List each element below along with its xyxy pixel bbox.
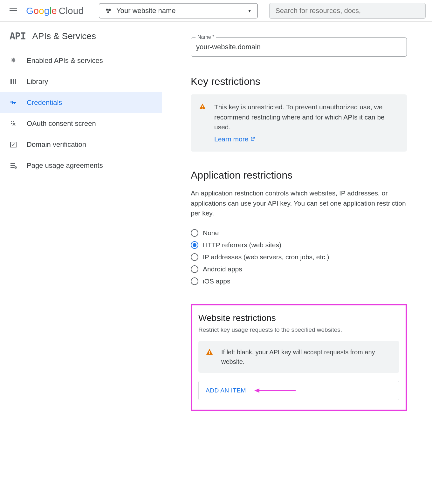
domain-verification-icon	[10, 141, 17, 148]
warning-text: This key is unrestricted. To prevent una…	[214, 103, 385, 131]
application-restrictions-desc: An application restriction controls whic…	[191, 188, 407, 218]
svg-rect-10	[10, 163, 15, 164]
sidebar-item-label: Library	[27, 78, 48, 86]
svg-rect-12	[10, 167, 14, 168]
main-content: Name * your-website.domain Key restricti…	[162, 22, 407, 504]
sidebar-item-label: Enabled APIs & services	[27, 57, 103, 65]
svg-point-0	[106, 9, 108, 10]
external-link-icon	[250, 136, 255, 141]
website-restrictions-heading: Website restrictions	[198, 313, 399, 323]
svg-point-1	[108, 9, 111, 11]
learn-more-link[interactable]: Learn more	[214, 134, 255, 144]
radio-ip-addresses[interactable]: IP addresses (web servers, cron jobs, et…	[191, 253, 407, 261]
website-restrictions-highlight: Website restrictions Restrict key usage …	[191, 304, 407, 411]
google-cloud-logo[interactable]: Google Cloud	[26, 5, 84, 16]
warning-text: If left blank, your API key will accept …	[221, 347, 392, 366]
radio-label: Android apps	[203, 265, 242, 273]
radio-label: HTTP referrers (web sites)	[203, 241, 281, 249]
sidebar-item-oauth-consent[interactable]: OAuth consent screen	[0, 113, 162, 134]
sidebar: API APIs & Services Enabled APIs & servi…	[0, 22, 162, 504]
svg-rect-16	[209, 351, 210, 352]
annotation-arrow-icon	[254, 387, 296, 394]
svg-rect-5	[15, 79, 16, 84]
key-restrictions-warning-box: This key is unrestricted. To prevent una…	[191, 94, 407, 152]
application-restrictions-radios: None HTTP referrers (web sites) IP addre…	[191, 229, 407, 285]
svg-rect-14	[202, 106, 203, 107]
add-item-row: ADD AN ITEM	[198, 381, 399, 400]
svg-rect-17	[209, 353, 210, 354]
oauth-icon	[10, 120, 17, 127]
sidebar-item-label: Page usage agreements	[27, 161, 103, 170]
sidebar-title-text: APIs & Services	[32, 31, 96, 41]
radio-label: IP addresses (web servers, cron jobs, et…	[203, 253, 329, 261]
warning-icon	[199, 103, 206, 144]
project-picker[interactable]: Your website name ▼	[99, 3, 258, 18]
svg-rect-3	[10, 79, 12, 84]
name-field[interactable]: Name * your-website.domain	[191, 37, 407, 57]
sidebar-item-page-usage[interactable]: Page usage agreements	[0, 155, 162, 176]
learn-more-text: Learn more	[214, 134, 248, 144]
radio-label: iOS apps	[203, 277, 230, 285]
radio-label: None	[203, 229, 219, 237]
radio-none[interactable]: None	[191, 229, 407, 237]
name-field-label: Name *	[195, 34, 216, 40]
radio-http-referrers[interactable]: HTTP referrers (web sites)	[191, 241, 407, 249]
chevron-down-icon: ▼	[247, 8, 252, 13]
page-usage-icon	[10, 162, 17, 169]
sidebar-item-label: Credentials	[27, 99, 62, 107]
sidebar-item-credentials[interactable]: Credentials	[0, 92, 162, 113]
project-name: Your website name	[116, 7, 243, 15]
hamburger-menu-icon[interactable]	[6, 4, 20, 18]
api-icon: API	[10, 31, 26, 42]
svg-point-6	[11, 121, 12, 122]
search-input[interactable]	[275, 7, 420, 15]
cloud-text: Cloud	[59, 5, 84, 16]
sidebar-item-library[interactable]: Library	[0, 71, 162, 92]
svg-rect-4	[13, 79, 14, 84]
radio-ios-apps[interactable]: iOS apps	[191, 277, 407, 285]
application-restrictions-heading: Application restrictions	[191, 169, 407, 181]
add-an-item-button[interactable]: ADD AN ITEM	[206, 387, 246, 394]
website-restrictions-desc: Restrict key usage requests to the speci…	[198, 326, 399, 333]
sidebar-title[interactable]: API APIs & Services	[0, 22, 162, 48]
warning-icon	[206, 349, 213, 366]
search-box[interactable]	[269, 3, 426, 19]
sidebar-item-label: OAuth consent screen	[27, 119, 96, 128]
key-icon	[10, 99, 17, 106]
svg-point-8	[11, 123, 12, 124]
key-restrictions-heading: Key restrictions	[191, 76, 407, 87]
sidebar-item-label: Domain verification	[27, 140, 86, 149]
name-field-value[interactable]: your-website.domain	[196, 43, 401, 51]
svg-rect-15	[202, 108, 203, 109]
radio-android-apps[interactable]: Android apps	[191, 265, 407, 273]
svg-rect-11	[10, 165, 15, 166]
sidebar-item-domain-verification[interactable]: Domain verification	[0, 134, 162, 155]
sidebar-item-enabled-apis[interactable]: Enabled APIs & services	[0, 50, 162, 71]
svg-marker-19	[254, 388, 259, 393]
library-icon	[10, 78, 17, 85]
svg-point-7	[13, 121, 14, 122]
svg-point-2	[107, 11, 109, 13]
website-restrictions-warning-box: If left blank, your API key will accept …	[198, 341, 399, 373]
top-header: Google Cloud Your website name ▼	[0, 0, 432, 22]
enabled-apis-icon	[10, 57, 17, 65]
project-icon	[105, 7, 112, 14]
